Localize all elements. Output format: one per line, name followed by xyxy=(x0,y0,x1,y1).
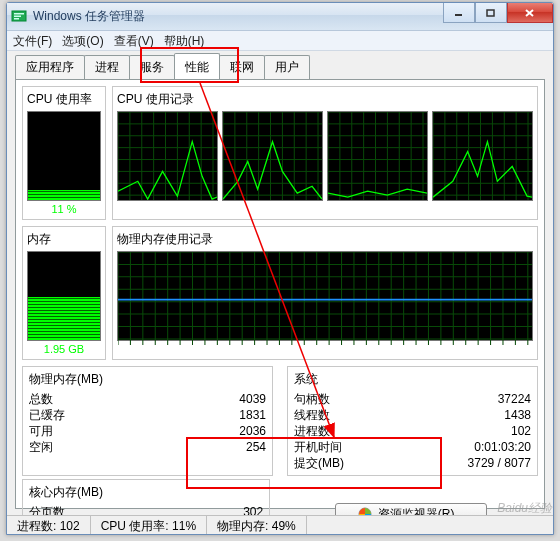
cpu-usage-title: CPU 使用率 xyxy=(27,91,101,108)
menu-file[interactable]: 文件(F) xyxy=(13,33,52,48)
system-title: 系统 xyxy=(294,371,531,388)
kernel-memory-group: 核心内存(MB) 分页数302未分页103 xyxy=(22,479,270,515)
stat-row: 分页数302 xyxy=(29,504,263,515)
menu-options[interactable]: 选项(O) xyxy=(62,33,103,48)
cpu-history-chart xyxy=(222,111,323,201)
stat-row: 句柄数37224 xyxy=(294,391,531,407)
content-area: 应用程序 进程 服务 性能 联网 用户 CPU 使用率 11 % CPU 使用记… xyxy=(7,51,553,515)
memory-usage-group: 内存 1.95 GB xyxy=(22,226,106,360)
tab-performance[interactable]: 性能 xyxy=(174,53,220,79)
task-manager-window: Windows 任务管理器 文件(F) 选项(O) 查看(V) 帮助(H) 应用… xyxy=(6,2,554,535)
svg-rect-1 xyxy=(14,13,24,15)
stat-row: 开机时间0:01:03:20 xyxy=(294,439,531,455)
stat-row: 空闲254 xyxy=(29,439,266,455)
physical-memory-title: 物理内存(MB) xyxy=(29,371,266,388)
shield-icon xyxy=(358,507,372,515)
resource-monitor-label: 资源监视器(R)... xyxy=(378,506,465,516)
close-button[interactable] xyxy=(507,3,553,23)
cpu-history-chart xyxy=(117,111,218,201)
maximize-button[interactable] xyxy=(475,3,507,23)
resource-monitor-button[interactable]: 资源监视器(R)... xyxy=(335,503,488,516)
stat-row: 进程数102 xyxy=(294,423,531,439)
status-processes: 进程数: 102 xyxy=(7,516,91,534)
tab-networking[interactable]: 联网 xyxy=(219,55,265,79)
stat-row: 可用2036 xyxy=(29,423,266,439)
memory-title: 内存 xyxy=(27,231,101,248)
kernel-memory-title: 核心内存(MB) xyxy=(29,484,263,501)
minimize-button[interactable] xyxy=(443,3,475,23)
tab-services[interactable]: 服务 xyxy=(129,55,175,79)
physical-memory-group: 物理内存(MB) 总数4039已缓存1831可用2036空闲254 xyxy=(22,366,273,476)
svg-rect-5 xyxy=(487,10,494,16)
tab-users[interactable]: 用户 xyxy=(264,55,310,79)
status-memory: 物理内存: 49% xyxy=(207,516,307,534)
cpu-history-group: CPU 使用记录 xyxy=(112,86,538,220)
cpu-gauge xyxy=(27,111,101,201)
watermark: Baidu经验 xyxy=(497,500,552,517)
system-group: 系统 句柄数37224线程数1438进程数102开机时间0:01:03:20提交… xyxy=(287,366,538,476)
memory-history-chart xyxy=(117,251,533,341)
cpu-usage-group: CPU 使用率 11 % xyxy=(22,86,106,220)
stat-row: 线程数1438 xyxy=(294,407,531,423)
svg-rect-3 xyxy=(14,18,19,20)
tab-applications[interactable]: 应用程序 xyxy=(15,55,85,79)
app-icon xyxy=(11,9,27,25)
cpu-history-title: CPU 使用记录 xyxy=(117,91,533,108)
tab-bar: 应用程序 进程 服务 性能 联网 用户 xyxy=(15,57,545,79)
menu-help[interactable]: 帮助(H) xyxy=(164,33,205,48)
menu-view[interactable]: 查看(V) xyxy=(114,33,154,48)
titlebar[interactable]: Windows 任务管理器 xyxy=(7,3,553,31)
performance-panel: CPU 使用率 11 % CPU 使用记录 内存 1.9 xyxy=(15,79,545,509)
memory-history-title: 物理内存使用记录 xyxy=(117,231,533,248)
cpu-history-chart xyxy=(327,111,428,201)
tab-processes[interactable]: 进程 xyxy=(84,55,130,79)
cpu-percent-label: 11 % xyxy=(27,203,101,215)
memory-gauge xyxy=(27,251,101,341)
stat-row: 总数4039 xyxy=(29,391,266,407)
status-cpu: CPU 使用率: 11% xyxy=(91,516,207,534)
memory-history-group: 物理内存使用记录 xyxy=(112,226,538,360)
window-title: Windows 任务管理器 xyxy=(33,8,145,25)
svg-rect-2 xyxy=(14,15,21,17)
stat-row: 提交(MB)3729 / 8077 xyxy=(294,455,531,471)
stat-row: 已缓存1831 xyxy=(29,407,266,423)
cpu-history-chart xyxy=(432,111,533,201)
status-bar: 进程数: 102 CPU 使用率: 11% 物理内存: 49% xyxy=(7,515,553,534)
menubar: 文件(F) 选项(O) 查看(V) 帮助(H) xyxy=(7,31,553,51)
memory-used-label: 1.95 GB xyxy=(27,343,101,355)
